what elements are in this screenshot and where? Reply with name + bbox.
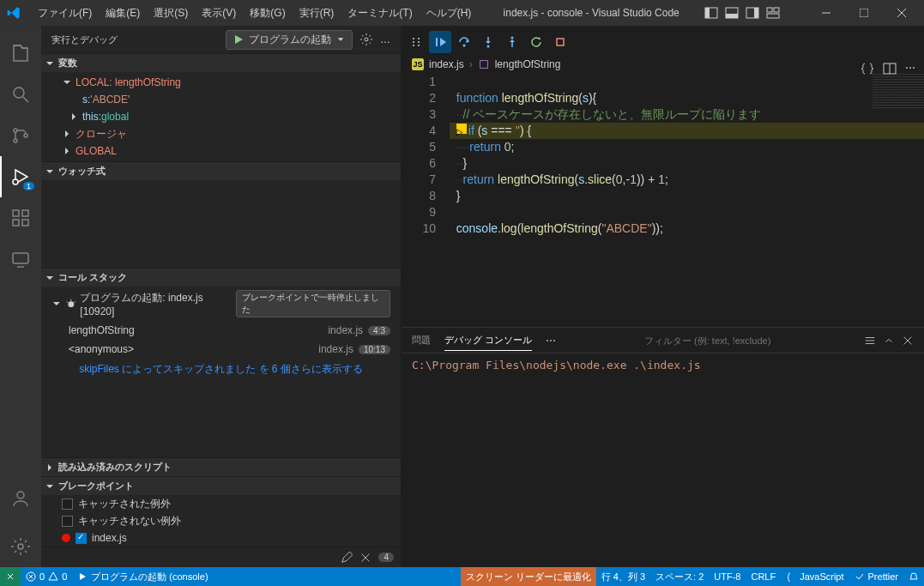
activity-scm[interactable] <box>0 115 41 156</box>
dots-icon[interactable]: … <box>380 33 390 45</box>
step-over-button[interactable] <box>453 31 475 53</box>
stack-frame-0[interactable]: lengthOfString index.js 4:3 <box>41 321 401 340</box>
window-title: index.js - console - Visual Studio Code <box>481 7 701 19</box>
checkbox[interactable] <box>75 533 87 544</box>
code-line[interactable]: } <box>450 188 924 204</box>
clear-icon[interactable] <box>864 335 876 347</box>
menu-item[interactable]: ファイル(F) <box>31 3 99 22</box>
activity-extensions[interactable] <box>0 197 41 239</box>
close-panel-icon[interactable] <box>902 335 914 347</box>
collapse-icon[interactable] <box>883 335 895 347</box>
status-encoding[interactable]: UTF-8 <box>709 567 746 586</box>
breakpoints-header[interactable]: ブレークポイント <box>41 476 401 495</box>
more-tabs[interactable]: ⋯ <box>546 335 556 347</box>
svg-line-14 <box>23 97 28 102</box>
var-s[interactable]: s: 'ABCDE' <box>41 91 401 108</box>
loaded-scripts-header[interactable]: 読み込み済みのスクリプト <box>41 457 401 476</box>
checkbox[interactable] <box>62 498 73 510</box>
svg-rect-1 <box>705 8 710 18</box>
remote-indicator[interactable] <box>0 567 21 586</box>
svg-rect-5 <box>754 8 758 18</box>
tab-problems[interactable]: 問題 <box>412 330 431 350</box>
code-line[interactable]: function lengthOfString(s){ <box>450 90 924 106</box>
method-icon <box>478 58 490 70</box>
status-launch[interactable]: プログラムの起動 (console) <box>72 567 213 586</box>
activity-remote[interactable] <box>0 239 41 280</box>
watch-section-header[interactable]: ウォッチ式 <box>41 161 401 180</box>
debug-status-pill: ブレークポイントで一時停止しました <box>236 290 390 317</box>
layout-right-icon[interactable] <box>746 6 759 20</box>
status-notifications[interactable] <box>903 567 924 586</box>
breakpoint-uncaught[interactable]: キャッチされない例外 <box>41 512 401 529</box>
skipfiles-link[interactable]: skipFiles によってスキップされました を 6 個さらに表示する <box>41 359 401 380</box>
svg-rect-20 <box>22 210 28 216</box>
launch-config-selector[interactable]: プログラムの起動 <box>226 30 353 50</box>
breakpoint-caught[interactable]: キャッチされた例外 <box>41 495 401 512</box>
activity-settings[interactable] <box>0 526 41 567</box>
scope-global[interactable]: GLOBAL <box>41 142 401 160</box>
code-line[interactable] <box>450 204 924 221</box>
minimize-button[interactable] <box>811 0 842 26</box>
drag-handle-icon[interactable] <box>405 31 427 53</box>
continue-button[interactable] <box>429 31 451 53</box>
tab-debug-console[interactable]: デバッグ コンソール <box>444 330 532 351</box>
debug-toolbar <box>402 29 924 55</box>
bug-icon <box>65 298 77 310</box>
debug-sidebar: 実行とデバッグ プログラムの起動 … 変数 LOCAL: lengthOfStr… <box>41 26 402 567</box>
callstack-section-header[interactable]: コール スタック <box>41 268 401 287</box>
close-icon[interactable] <box>359 552 371 564</box>
gear-icon[interactable] <box>359 33 373 46</box>
breadcrumb[interactable]: JS index.js › lengthOfString <box>402 55 924 74</box>
code-line[interactable] <box>450 74 924 90</box>
layout-bottom-icon[interactable] <box>725 6 739 20</box>
status-position[interactable]: 行 4、列 3 <box>596 567 650 586</box>
menu-item[interactable]: ヘルプ(H) <box>420 3 479 22</box>
minimap[interactable] <box>873 74 924 108</box>
breakpoint-file[interactable]: index.js <box>41 529 401 547</box>
restart-button[interactable] <box>525 31 547 53</box>
svg-point-15 <box>14 129 17 132</box>
layout-left-icon[interactable] <box>704 6 718 20</box>
status-eol[interactable]: CRLF <box>746 567 781 586</box>
menu-item[interactable]: 実行(R) <box>293 3 341 22</box>
code-line[interactable]: ··return lengthOfString(s.slice(0,-1)) +… <box>450 172 924 188</box>
status-screenreader[interactable]: スクリーン リーダーに最適化 <box>461 567 596 586</box>
maximize-button[interactable] <box>849 0 879 26</box>
activity-search[interactable] <box>0 74 41 115</box>
status-language[interactable]: JavaScript <box>781 567 849 586</box>
activity-run-debug[interactable]: 1 <box>0 156 41 197</box>
callstack-session[interactable]: プログラムの起動: index.js [10920] ブレークポイントで一時停止… <box>41 287 401 321</box>
svg-rect-40 <box>436 38 438 46</box>
status-spaces[interactable]: スペース: 2 <box>650 567 709 586</box>
layout-customize-icon[interactable] <box>766 6 780 20</box>
status-errors[interactable]: 00 <box>21 567 72 586</box>
menu-item[interactable]: 選択(S) <box>147 3 195 22</box>
menu-item[interactable]: ターミナル(T) <box>341 3 419 22</box>
filter-input[interactable] <box>644 335 850 346</box>
activity-explorer[interactable] <box>0 33 41 74</box>
code-editor[interactable]: 12345678910 function lengthOfString(s){ … <box>402 74 924 327</box>
close-button[interactable] <box>886 0 917 26</box>
step-into-button[interactable] <box>477 31 499 53</box>
scope-local[interactable]: LOCAL: lengthOfString <box>41 74 401 91</box>
stack-frame-1[interactable]: <anonymous> index.js 10:13 <box>41 340 401 359</box>
stop-button[interactable] <box>549 31 571 53</box>
code-line[interactable]: ····return 0; <box>450 139 924 155</box>
scope-closure[interactable]: クロージャ <box>41 125 401 142</box>
step-out-button[interactable] <box>501 31 523 53</box>
activity-accounts[interactable] <box>0 478 41 519</box>
edit-icon[interactable] <box>341 552 353 564</box>
chevron-down-icon <box>45 58 55 69</box>
code-line[interactable]: ··// ベースケースが存在しないと、無限ループに陥ります <box>450 106 924 123</box>
checkbox[interactable] <box>62 516 73 527</box>
variables-section-header[interactable]: 変数 <box>41 53 401 72</box>
menu-item[interactable]: 移動(G) <box>243 3 292 22</box>
code-line[interactable]: console.log(lengthOfString("ABCDE")); <box>450 221 924 237</box>
menu-item[interactable]: 表示(V) <box>195 3 243 22</box>
code-line[interactable]: ▷if (s === '') { <box>450 123 924 139</box>
debug-console-output[interactable]: C:\Program Files\nodejs\node.exe .\index… <box>402 353 924 567</box>
menu-item[interactable]: 編集(E) <box>99 3 147 22</box>
code-line[interactable]: ··} <box>450 155 924 172</box>
var-this[interactable]: this: global <box>41 108 401 125</box>
status-prettier[interactable]: Prettier <box>849 567 903 586</box>
